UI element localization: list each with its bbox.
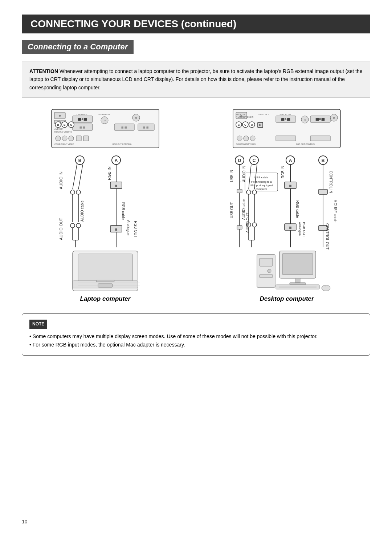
svg-text:CONTROL IN: CONTROL IN (329, 171, 333, 193)
svg-text:O: O (70, 123, 72, 126)
svg-text:S-VIDEO IN: S-VIDEO IN (98, 113, 110, 115)
svg-text:Analogue: Analogue (298, 222, 302, 236)
svg-rect-101 (276, 136, 296, 141)
svg-text:USB OUT: USB OUT (230, 202, 234, 218)
svg-point-127 (246, 190, 251, 194)
svg-rect-161 (290, 283, 306, 285)
svg-text:⊕: ⊕ (333, 117, 335, 119)
svg-rect-168 (260, 258, 273, 266)
svg-text:USB cable: USB cable (254, 176, 268, 179)
svg-text:Analogue: Analogue (126, 220, 130, 236)
svg-text:RGB IN: RGB IN (107, 166, 111, 180)
svg-text:COMPONENT VIDEO: COMPONENT VIDEO (54, 143, 74, 145)
svg-text:AUDIO IN: AUDIO IN (236, 113, 245, 115)
svg-text:If connecting to a: If connecting to a (251, 180, 272, 183)
svg-text:▦ ▦: ▦ ▦ (121, 126, 127, 129)
svg-rect-152 (319, 189, 327, 194)
svg-point-128 (252, 190, 257, 194)
svg-rect-162 (276, 285, 319, 289)
svg-point-133 (252, 223, 257, 227)
note-item-2: For some RGB input modes, the optional M… (29, 341, 363, 349)
svg-text:D: D (259, 123, 262, 127)
attention-box: ATTENTION Whenever attempting to connect… (22, 61, 370, 98)
svg-rect-102 (310, 136, 330, 141)
svg-text:▦: ▦ (289, 184, 292, 187)
laptop-cable-diagram: B A AUDIO IN RGB IN AUDIO cable (51, 153, 160, 292)
svg-text:RGB IN: RGB IN (281, 166, 285, 178)
svg-text:1    RGB IN    2: 1 RGB IN 2 (76, 113, 87, 115)
svg-text:AUDIO cable: AUDIO cable (80, 200, 84, 222)
svg-line-42 (73, 165, 77, 189)
svg-text:⬛B⬛: ⬛B⬛ (315, 117, 325, 121)
svg-point-100 (250, 136, 255, 141)
svg-point-21 (56, 136, 61, 141)
svg-text:▦: ▦ (115, 228, 118, 231)
svg-text:RGB OUT         CONTROL: RGB OUT CONTROL (113, 143, 132, 145)
svg-text:USB port equipped: USB port equipped (250, 184, 273, 187)
note-box: NOTE Some computers may have multiple di… (22, 313, 370, 356)
svg-text:⬛A⬛: ⬛A⬛ (281, 117, 290, 121)
svg-point-44 (70, 190, 75, 194)
svg-text:AUDIO OUT: AUDIO OUT (246, 213, 250, 233)
svg-text:B: B (57, 123, 59, 126)
svg-text:RGB OUT         CONTROL: RGB OUT CONTROL (296, 143, 315, 145)
note-item-1: Some computers may have multiple display… (29, 332, 363, 341)
svg-text:COMPONENT VIDEO: COMPONENT VIDEO (236, 143, 256, 145)
svg-text:⊕: ⊕ (59, 114, 61, 117)
svg-text:▦: ▦ (115, 184, 118, 187)
svg-text:B: B (322, 158, 325, 163)
desktop-cable-diagram: D C A B USB IN USB cable If connecting t… (225, 153, 348, 292)
svg-text:D: D (238, 158, 241, 163)
svg-text:A: A (115, 158, 118, 163)
svg-text:C: C (238, 123, 240, 126)
svg-rect-24 (76, 136, 81, 141)
svg-rect-160 (295, 278, 300, 283)
svg-text:R   L/MONO  VIDEO IN: R L/MONO VIDEO IN (54, 131, 72, 133)
left-projector-panel: ⊕ B B 1 RGB IN 2 ⬛A⬛ ▦ ▦ S-VIDEO IN ⊙ ⊕ (51, 109, 160, 150)
svg-text:RGB cable: RGB cable (121, 202, 125, 220)
svg-text:computer: computer (256, 187, 267, 191)
svg-text:C: C (253, 158, 256, 163)
svg-text:⬛A⬛: ⬛A⬛ (78, 117, 87, 121)
svg-rect-25 (83, 136, 89, 141)
right-projector-panel: ⊕ C C O D AUDIO IN R L/MONO VIDEO IN S-V… (232, 109, 341, 150)
svg-rect-71 (96, 280, 114, 282)
section-title: Connecting to a Computer (22, 40, 134, 54)
svg-text:▦ ▦: ▦ ▦ (143, 126, 149, 129)
svg-line-43 (78, 165, 83, 189)
svg-text:⊙: ⊙ (304, 119, 306, 121)
note-list: Some computers may have multiple display… (29, 332, 363, 350)
svg-text:RGB cable: RGB cable (295, 200, 299, 218)
svg-point-23 (69, 136, 74, 141)
svg-text:AUDIO IN: AUDIO IN (242, 166, 246, 182)
attention-text: Whenever attempting to connect a laptop … (29, 68, 363, 90)
desktop-diagram-col: ⊕ C C O D AUDIO IN R L/MONO VIDEO IN S-V… (203, 109, 370, 303)
svg-text:⊕: ⊕ (135, 117, 137, 119)
svg-point-99 (244, 136, 249, 141)
svg-text:R  L/MONO  VIDEO IN: R L/MONO VIDEO IN (236, 116, 253, 118)
svg-rect-119 (237, 189, 242, 193)
svg-text:RGB OUT: RGB OUT (134, 221, 138, 238)
page-number: 10 (22, 519, 28, 524)
svg-point-169 (268, 269, 271, 273)
attention-label: ATTENTION (29, 68, 58, 74)
svg-text:B: B (78, 158, 82, 163)
svg-text:⊙: ⊙ (104, 119, 106, 122)
svg-text:AUDIO IN: AUDIO IN (59, 171, 63, 189)
svg-rect-72 (98, 284, 113, 287)
svg-text:RGB OUT: RGB OUT (302, 222, 306, 238)
svg-point-49 (70, 223, 75, 228)
note-label: NOTE (29, 320, 47, 328)
page-header: CONNECTING YOUR DEVICES (continued) (22, 15, 370, 33)
diagrams-row: ⊕ B B 1 RGB IN 2 ⬛A⬛ ▦ ▦ S-VIDEO IN ⊙ ⊕ (22, 109, 370, 303)
svg-point-45 (76, 190, 81, 194)
svg-text:O: O (251, 123, 253, 126)
svg-rect-170 (260, 275, 273, 277)
svg-text:CONTROL OUT: CONTROL OUT (325, 223, 329, 250)
svg-text:S-VIDEO IN: S-VIDEO IN (279, 113, 291, 115)
svg-rect-159 (282, 254, 313, 275)
svg-text:A: A (289, 158, 292, 163)
svg-text:AUDIO IN: AUDIO IN (54, 128, 63, 130)
desktop-label: Desktop computer (260, 295, 314, 303)
svg-text:AUDIO OUT: AUDIO OUT (59, 218, 63, 240)
